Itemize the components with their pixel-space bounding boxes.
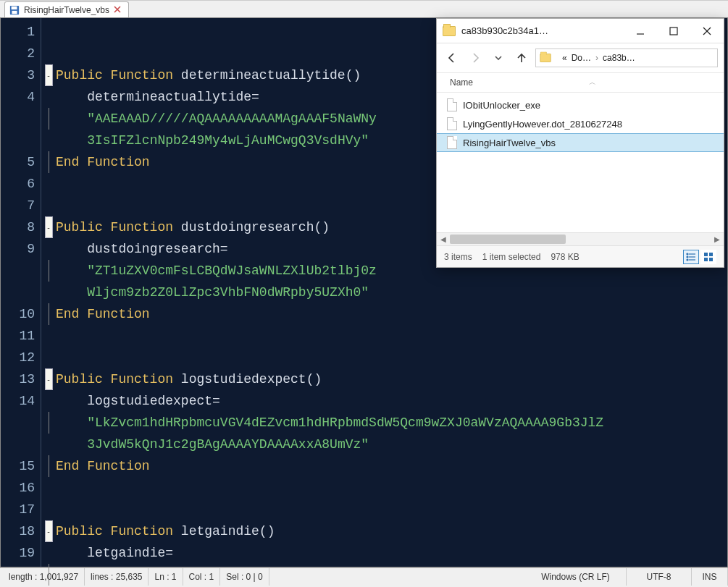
fold-toggle[interactable]: - (45, 520, 53, 542)
file-icon (447, 136, 457, 149)
folder-icon (540, 54, 551, 62)
status-item-count: 3 items (444, 252, 472, 262)
scroll-left-icon[interactable]: ◀ (437, 233, 450, 245)
status-selection: 1 item selected (482, 252, 541, 262)
view-details-button[interactable] (683, 250, 699, 264)
svg-rect-15 (704, 258, 708, 261)
explorer-titlebar[interactable]: ca83b930c2b34a1… (437, 19, 724, 43)
status-size: 978 KB (551, 252, 579, 262)
breadcrumb-seg1[interactable]: Do… (572, 53, 591, 63)
file-explorer-window[interactable]: ca83b930c2b34a1… « Do… › ca83b… Name ︿ I… (436, 18, 724, 268)
status-col: Col : 1 (183, 568, 221, 586)
svg-point-12 (687, 259, 688, 261)
editor-statusbar: length : 1,001,927 lines : 25,635 Ln : 1… (0, 567, 728, 586)
save-icon (9, 5, 20, 15)
svg-rect-16 (709, 258, 713, 261)
close-button[interactable] (690, 19, 724, 43)
tab-active[interactable]: RisingHairTwelve_vbs (4, 1, 129, 17)
minimize-button[interactable] (624, 19, 657, 43)
address-bar[interactable]: « Do… › ca83b… (535, 48, 718, 67)
svg-rect-4 (670, 28, 677, 35)
fold-toggle[interactable]: - (45, 368, 53, 390)
status-insert[interactable]: INS (692, 568, 728, 586)
nav-forward-button[interactable] (466, 48, 485, 67)
sort-arrow-icon: ︿ (589, 77, 596, 88)
nav-recent-button[interactable] (489, 48, 508, 67)
line-number-gutter: 123456789101112131415161718192021 (1, 18, 41, 567)
list-item[interactable]: RisingHairTwelve_vbs (437, 133, 724, 152)
svg-point-11 (687, 256, 688, 258)
folder-icon (443, 26, 456, 36)
breadcrumb-seg2[interactable]: ca83b… (603, 53, 635, 63)
fold-toggle[interactable]: - (45, 64, 53, 86)
status-lines: lines : 25,635 (85, 568, 148, 586)
list-item[interactable]: IObitUnlocker_exe (437, 96, 724, 114)
nav-up-button[interactable] (512, 48, 531, 67)
explorer-navbar: « Do… › ca83b… (437, 43, 724, 72)
view-icons-button[interactable] (700, 250, 716, 264)
column-header[interactable]: Name ︿ (437, 72, 724, 93)
svg-rect-1 (12, 6, 17, 9)
scroll-thumb[interactable] (450, 235, 566, 244)
file-list[interactable]: IObitUnlocker_exeLyingGentlyHowever.dot_… (437, 93, 724, 232)
fold-column[interactable]: ---- (41, 18, 56, 567)
file-name: IObitUnlocker_exe (463, 100, 540, 111)
fold-toggle[interactable]: - (45, 216, 53, 238)
svg-rect-2 (12, 10, 17, 13)
explorer-title: ca83b930c2b34a1… (461, 25, 624, 36)
file-name: RisingHairTwelve_vbs (463, 138, 556, 148)
nav-back-button[interactable] (443, 48, 461, 67)
breadcrumb-sep: › (595, 53, 598, 63)
file-name: LyingGentlyHowever.dot_2810627248 (463, 119, 622, 130)
file-icon (447, 98, 457, 111)
horizontal-scrollbar[interactable]: ◀ ▶ (437, 232, 724, 245)
editor-tabbar: RisingHairTwelve_vbs (0, 0, 728, 17)
maximize-button[interactable] (657, 19, 690, 43)
status-encoding[interactable]: UTF-8 (627, 568, 692, 586)
status-eol[interactable]: Windows (CR LF) (525, 568, 627, 586)
scroll-right-icon[interactable]: ▶ (711, 233, 724, 245)
tab-label: RisingHairTwelve_vbs (24, 5, 109, 15)
svg-rect-14 (709, 253, 713, 256)
status-ln: Ln : 1 (148, 568, 183, 586)
column-name[interactable]: Name (450, 77, 473, 88)
svg-point-10 (687, 253, 688, 255)
breadcrumb-prefix: « (562, 53, 567, 63)
status-sel: Sel : 0 | 0 (220, 568, 269, 586)
svg-rect-13 (704, 253, 708, 256)
file-icon (447, 117, 457, 130)
tab-close-icon[interactable] (114, 5, 121, 15)
list-item[interactable]: LyingGentlyHowever.dot_2810627248 (437, 114, 724, 133)
explorer-statusbar: 3 items 1 item selected 978 KB (437, 245, 724, 267)
